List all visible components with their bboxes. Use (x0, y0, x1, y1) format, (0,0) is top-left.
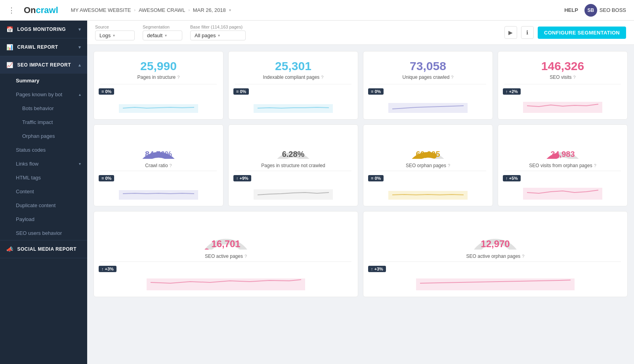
breadcrumb-dropdown[interactable]: ▾ (229, 8, 231, 12)
breadcrumb-sep-2: › (188, 8, 189, 12)
pages-known-chevron: ▴ (79, 92, 81, 97)
source-label: Source (95, 25, 135, 29)
sidebar-item-logs-monitoring[interactable]: 📅 LOGS MONITORING ▾ (0, 21, 87, 38)
seo-active-trend: ↑ +3% (99, 266, 116, 272)
crawl-ratio-trend: = 0% (99, 175, 114, 181)
sidebar-crawl-label: CRAWL REPORT (17, 44, 58, 50)
sidebar-subitem-links[interactable]: Links flow ▾ (0, 157, 87, 171)
base-filter-select[interactable]: All pages ▾ (190, 30, 246, 40)
indexable-value: 25,301 (275, 59, 311, 73)
card-pages-not-crawled: 6.28% Pages in structure not crawled ↑ +… (228, 124, 358, 206)
pages-in-structure-info[interactable]: ? (177, 75, 180, 80)
configure-segmentation-button[interactable]: CONFIGURE SEGMENTATION (538, 27, 626, 39)
sidebar-subitem-bots[interactable]: Bots behavior (0, 101, 87, 115)
seo-visits-orphan-label: SEO visits from orphan pages ? (529, 163, 596, 168)
sidebar-subitem-seo-users[interactable]: SEO users behavior (0, 226, 87, 240)
base-filter-label: Base filter (114,163 pages) (190, 25, 246, 29)
seo-visits-info[interactable]: ? (573, 75, 576, 80)
card-seo-visits-top: 146,326 SEO visits ? (498, 51, 627, 84)
main-layout: 📅 LOGS MONITORING ▾ 📊 CRAWL REPORT ▾ 📈 S… (0, 21, 634, 364)
segmentation-value: default (147, 32, 162, 38)
top-nav: ⋮ On crawl MY AWESOME WEBSITE › AWESOME … (0, 0, 634, 21)
seo-chevron: ▴ (78, 63, 81, 68)
sidebar-subitem-orphan[interactable]: Orphan pages (0, 129, 87, 143)
crawl-ratio-label: Crawl ratio ? (145, 163, 172, 168)
unique-crawled-sparkline (368, 97, 488, 113)
presentation-icon: ▶ (508, 29, 513, 36)
seo-visits-orphan-gauge-wrap: 34,983 (535, 131, 590, 159)
svg-rect-4 (119, 190, 198, 200)
info-icon-btn[interactable]: ℹ (521, 26, 534, 39)
breadcrumb-website[interactable]: MY AWESOME WEBSITE (71, 7, 131, 13)
user-name: SEO BOSS (600, 7, 626, 13)
sidebar-seo-submenu: Summary Pages known by bot ▴ Bots behavi… (0, 74, 87, 240)
presentation-icon-btn[interactable]: ▶ (504, 26, 517, 39)
unique-crawled-label: Unique pages crawled ? (403, 74, 454, 80)
top-nav-left: ⋮ On crawl MY AWESOME WEBSITE › AWESOME … (8, 5, 231, 15)
pages-not-crawled-value: 6.28% (282, 150, 305, 159)
sidebar-subitem-content[interactable]: Content (0, 185, 87, 198)
svg-rect-6 (254, 189, 333, 200)
sidebar-seo-label: SEO IMPACT REPORT (17, 62, 71, 68)
segmentation-label: Segmentation (143, 25, 182, 29)
sidebar-subitem-status[interactable]: Status codes (0, 143, 87, 157)
sidebar-subitem-summary[interactable]: Summary (0, 74, 87, 88)
breadcrumb-crawl[interactable]: AWESOME CRAWL (139, 7, 185, 13)
base-filter: Base filter (114,163 pages) All pages ▾ (190, 25, 246, 40)
card-seo-visits: 146,326 SEO visits ? ↑ +2% (498, 51, 628, 120)
card-seo-active-orphan: 12,970 SEO active orphan pages ? ↑ +3% (363, 211, 628, 297)
help-button[interactable]: HELP (564, 7, 578, 13)
source-select[interactable]: Logs ▾ (95, 30, 135, 40)
crawl-ratio-value: 84.76% (145, 150, 172, 159)
sidebar-item-seo-impact[interactable]: 📈 SEO IMPACT REPORT ▴ (0, 56, 87, 74)
pages-not-crawled-label: Pages in structure not crawled (261, 163, 325, 168)
crawl-ratio-info[interactable]: ? (170, 163, 172, 168)
svg-rect-7 (388, 191, 468, 200)
segmentation-filter: Segmentation default ▾ (143, 25, 182, 40)
base-filter-value: All pages (195, 32, 216, 38)
source-filter: Source Logs ▾ (95, 25, 135, 40)
sidebar-subitem-traffic[interactable]: Traffic impact (0, 115, 87, 129)
seo-active-label: SEO active pages ? (205, 253, 247, 259)
sidebar-social-label: SOCIAL MEDIA REPORT (17, 246, 77, 252)
card-indexable-top: 25,301 Indexable compliant pages ? (229, 51, 358, 84)
sidebar-subitem-pages-known[interactable]: Pages known by bot ▴ (0, 88, 87, 101)
seo-active-info[interactable]: ? (244, 254, 247, 259)
sidebar-logs-label: LOGS MONITORING (17, 27, 66, 32)
sidebar-item-social-media[interactable]: 📣 SOCIAL MEDIA REPORT (0, 240, 87, 258)
user-avatar: SB (584, 4, 597, 17)
svg-rect-10 (416, 278, 575, 290)
seo-visits-orphan-info[interactable]: ? (594, 163, 596, 168)
card-unique-chart: = 0% (363, 84, 493, 119)
indexable-info[interactable]: ? (321, 75, 323, 80)
seo-active-orphan-info[interactable]: ? (522, 254, 524, 259)
svg-rect-9 (147, 278, 305, 290)
sidebar-subitem-payload[interactable]: Payload (0, 212, 87, 226)
seo-orphan-trend: = 0% (368, 175, 384, 181)
seo-visits-orphan-trend: ↑ +5% (503, 175, 521, 181)
sidebar-item-crawl-report[interactable]: 📊 CRAWL REPORT ▾ (0, 38, 87, 56)
seo-active-chart: ↑ +3% (94, 262, 358, 297)
seo-visits-orphan-chart: ↑ +5% (498, 171, 627, 206)
seo-active-orphan-trend: ↑ +3% (368, 266, 386, 272)
dots-menu[interactable]: ⋮ (8, 6, 15, 15)
breadcrumb-date[interactable]: MAR 26, 2018 (193, 7, 226, 13)
sidebar-subitem-duplicate[interactable]: Duplicate content (0, 198, 87, 212)
sidebar: 📅 LOGS MONITORING ▾ 📊 CRAWL REPORT ▾ 📈 S… (0, 21, 87, 364)
seo-visits-trend: ↑ +2% (503, 88, 521, 95)
svg-rect-1 (254, 104, 333, 113)
user-badge[interactable]: SB SEO BOSS (584, 4, 626, 17)
sidebar-item-seo-left: 📈 SEO IMPACT REPORT (6, 62, 71, 68)
seo-active-value: 16,701 (211, 238, 240, 250)
source-value: Logs (99, 32, 111, 38)
sidebar-subitem-html[interactable]: HTML tags (0, 171, 87, 185)
seo-orphan-chart: = 0% (363, 171, 493, 206)
unique-crawled-info[interactable]: ? (451, 75, 453, 80)
sidebar-item-social-left: 📣 SOCIAL MEDIA REPORT (6, 246, 76, 252)
segmentation-select[interactable]: default ▾ (143, 30, 182, 40)
seo-orphan-info[interactable]: ? (448, 163, 450, 168)
top-nav-right: HELP SB SEO BOSS (564, 4, 626, 17)
card-pages-in-structure: 25,990 Pages in structure ? = 0% (94, 51, 223, 120)
indexable-sparkline (233, 97, 353, 113)
card-indexable: 25,301 Indexable compliant pages ? = 0% (228, 51, 358, 120)
